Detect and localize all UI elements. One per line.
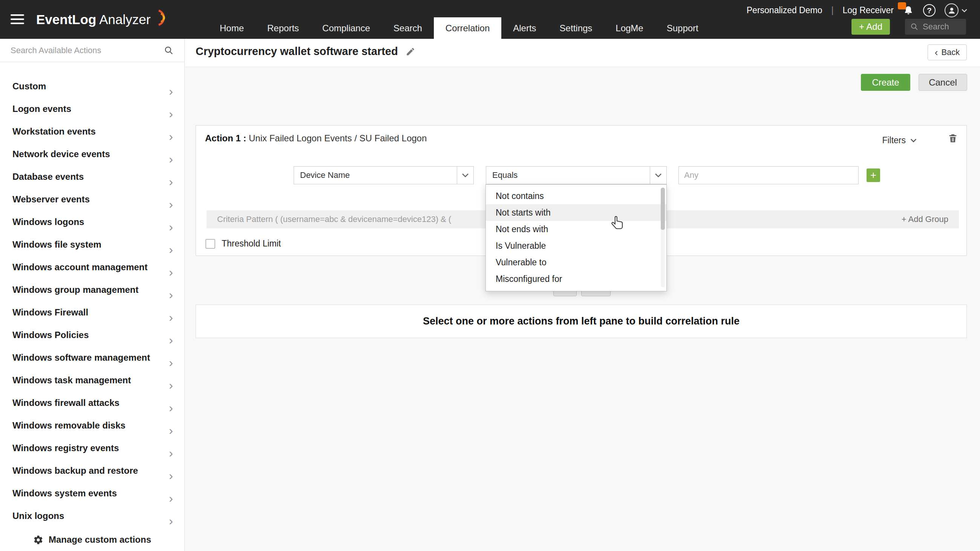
sidebar-item-label: Windows account management	[13, 262, 148, 273]
sidebar-item[interactable]: Windows Policies	[0, 324, 184, 346]
dropdown-option[interactable]: Not ends with	[486, 221, 667, 237]
sidebar-item-label: Webserver events	[13, 194, 90, 205]
nav-item[interactable]: Reports	[256, 17, 310, 39]
sidebar-item-label: Database events	[13, 171, 84, 182]
nav-item[interactable]: Alerts	[501, 17, 548, 39]
notifications-button[interactable]	[903, 5, 914, 16]
sidebar-item[interactable]: Windows software management	[0, 346, 184, 369]
dropdown-option[interactable]: Vulnerable to	[486, 254, 667, 271]
main-nav: HomeReportsComplianceSearchCorrelationAl…	[208, 17, 710, 39]
filters-button[interactable]: Filters	[882, 135, 917, 146]
sidebar-item[interactable]: Windows backup and restore	[0, 459, 184, 482]
operator-select-value: Equals	[486, 170, 517, 180]
add-criteria-button[interactable]	[867, 168, 880, 182]
page-title: Cryptocurrency wallet software started	[196, 45, 415, 58]
edit-icon[interactable]	[406, 47, 415, 57]
nav-item[interactable]: Search	[382, 17, 434, 39]
sidebar-item[interactable]: Windows task management	[0, 369, 184, 392]
action-title: Action 1 : Unix Failed Logon Events / SU…	[205, 133, 427, 144]
sidebar-item-label: Custom	[13, 81, 46, 92]
chevron-down-icon	[961, 9, 967, 13]
sidebar-item[interactable]: Database events	[0, 165, 184, 188]
sidebar-item[interactable]: Windows firewall attacks	[0, 392, 184, 414]
sidebar-item[interactable]: Unix logons	[0, 505, 184, 527]
sidebar-item-label: Windows firewall attacks	[13, 398, 119, 408]
nav-item[interactable]: LogMe	[604, 17, 655, 39]
nav-item[interactable]: Correlation	[434, 17, 501, 39]
dropdown-option[interactable]: Is Vulnerable	[486, 237, 667, 254]
delete-action-button[interactable]	[948, 133, 958, 145]
sidebar-item[interactable]: Custom	[0, 75, 184, 98]
add-group-button[interactable]: + Add Group	[902, 214, 948, 224]
sidebar-item[interactable]: Logon events	[0, 98, 184, 120]
app-logo: EventLog Analyzer	[36, 0, 172, 39]
sidebar-item-label: Windows file system	[13, 239, 102, 250]
chevron-right-icon	[169, 334, 173, 346]
sidebar-item[interactable]: Windows file system	[0, 233, 184, 256]
back-button[interactable]: Back	[928, 44, 967, 60]
rule-name: Cryptocurrency wallet software started	[196, 45, 398, 58]
sidebar-search-input[interactable]	[11, 46, 164, 56]
sidebar-item[interactable]: Windows registry events	[0, 437, 184, 459]
operator-select[interactable]: Equals	[486, 166, 667, 184]
menu-icon[interactable]	[11, 14, 24, 24]
global-search-input[interactable]: Search	[905, 19, 966, 35]
sidebar-item[interactable]: Windows group management	[0, 278, 184, 301]
threshold-checkbox[interactable]	[205, 239, 215, 249]
sidebar-item-label: Windows logons	[13, 217, 84, 227]
select-caret	[457, 167, 473, 184]
chevron-right-icon	[169, 130, 173, 143]
help-button[interactable]	[923, 4, 935, 17]
field-select[interactable]: Device Name	[294, 166, 474, 184]
chevron-right-icon	[169, 289, 173, 301]
chevron-right-icon	[169, 424, 173, 437]
sidebar-item[interactable]: Windows account management	[0, 256, 184, 278]
trash-icon	[948, 133, 958, 144]
chevron-right-icon	[169, 492, 173, 504]
dropdown-option[interactable]: Not contains	[486, 188, 667, 204]
log-receiver-link[interactable]: Log Receiver	[842, 5, 894, 16]
topbar: EventLog Analyzer HomeReportsComplianceS…	[0, 0, 980, 39]
chevron-right-icon	[169, 402, 173, 414]
criteria-value-input[interactable]	[678, 166, 859, 184]
sidebar-item-label: Windows group management	[13, 284, 138, 295]
add-button[interactable]: + Add	[851, 19, 890, 35]
criteria-pattern-text: Criteria Pattern ( (username=abc & devic…	[217, 214, 451, 224]
sidebar-item[interactable]: Windows removable disks	[0, 414, 184, 437]
nav-item[interactable]: Settings	[548, 17, 604, 39]
cancel-button[interactable]: Cancel	[919, 74, 967, 91]
manage-custom-actions-button[interactable]: Manage custom actions	[0, 534, 184, 545]
sidebar-item[interactable]: Network device events	[0, 143, 184, 165]
sidebar-item[interactable]: Webserver events	[0, 188, 184, 211]
chevron-right-icon	[169, 108, 173, 120]
chevron-right-icon	[169, 266, 173, 278]
empty-state-message: Select one or more actions from left pan…	[423, 316, 740, 327]
back-label: Back	[941, 48, 959, 57]
manage-custom-actions-label: Manage custom actions	[49, 534, 151, 545]
sidebar-item[interactable]: Windows Firewall	[0, 301, 184, 324]
user-menu[interactable]	[945, 3, 967, 17]
topbar-actions-row: + Add Search	[851, 19, 966, 35]
sidebar-item[interactable]: Windows system events	[0, 482, 184, 505]
dropdown-scrollbar[interactable]	[661, 188, 665, 287]
sidebar-item[interactable]: Workstation events	[0, 120, 184, 143]
sidebar-item[interactable]: Windows logons	[0, 211, 184, 233]
nav-item[interactable]: Compliance	[310, 17, 382, 39]
sidebar-item-label: Windows Firewall	[13, 307, 88, 318]
logo-text-light: Analyzer	[96, 12, 150, 27]
action-label: Action 1 :	[205, 133, 246, 143]
actions-sidebar: Custom Logon events Workstation events N…	[0, 39, 185, 551]
chevron-right-icon	[169, 85, 173, 97]
global-search-placeholder: Search	[923, 22, 949, 32]
scrollbar-thumb[interactable]	[661, 188, 665, 230]
nav-item[interactable]: Support	[655, 17, 710, 39]
dropdown-option[interactable]: Misconfigured for	[486, 271, 667, 287]
field-select-value: Device Name	[294, 170, 350, 180]
dropdown-option[interactable]: Not starts with	[486, 204, 667, 221]
nav-item[interactable]: Home	[208, 17, 256, 39]
chevron-right-icon	[169, 447, 173, 459]
chevron-right-icon	[169, 221, 173, 233]
sidebar-item-label: Windows software management	[13, 353, 150, 363]
create-button[interactable]: Create	[861, 74, 910, 91]
select-caret	[650, 167, 667, 184]
